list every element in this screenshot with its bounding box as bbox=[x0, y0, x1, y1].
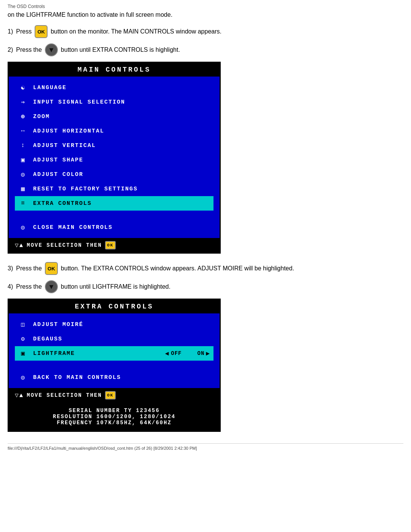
extra-controls-back-section: ◎ BACK TO MAIN CONTROLS bbox=[9, 367, 220, 388]
adjust-horizontal-icon: ↔ bbox=[18, 126, 29, 136]
main-controls-body: ☯ LANGUAGE ⇒ INPUT SIGNAL SELECTION ⊕ ZO… bbox=[9, 77, 220, 214]
adjust-horizontal-label: ADJUST HORIZONTAL bbox=[33, 128, 104, 134]
lightframe-off-label: OFF bbox=[171, 350, 182, 356]
step1-text: Press bbox=[16, 28, 32, 35]
step4-suffix: button until LIGHTFRAME is highlighted. bbox=[61, 283, 170, 290]
adjust-moire-label: ADJUST MOIRÉ bbox=[33, 321, 83, 328]
back-to-main-item: ◎ BACK TO MAIN CONTROLS bbox=[15, 370, 213, 385]
main-controls-window: MAIN CONTROLS ☯ LANGUAGE ⇒ INPUT SIGNAL … bbox=[8, 62, 221, 254]
footer-nav-icons-2: ▽▲ bbox=[15, 391, 24, 399]
bottom-bar: file:///D|/rita/LF2/LF2/LFa1/multi_manua… bbox=[8, 443, 403, 451]
reset-factory-label: RESET TO FACTORY SETTINGS bbox=[33, 186, 138, 192]
menu-item-language: ☯ LANGUAGE bbox=[15, 80, 213, 95]
adjust-vertical-label: ADJUST VERTICAL bbox=[33, 142, 96, 149]
menu-item-input-signal: ⇒ INPUT SIGNAL SELECTION bbox=[15, 95, 213, 109]
page-title: The OSD Controls bbox=[8, 4, 403, 9]
adjust-shape-label: ADJUST SHAPE bbox=[33, 157, 83, 163]
menu-item-adjust-color: ◎ ADJUST COLOR bbox=[15, 167, 213, 182]
step-3: 3) Press the OK button. The EXTRA CONTRO… bbox=[8, 262, 403, 275]
menu-item-zoom: ⊕ ZOOM bbox=[15, 109, 213, 124]
close-icon: ◎ bbox=[18, 222, 29, 233]
footer-ok-icon-2: OK bbox=[105, 391, 116, 399]
footer-move-text-2: MOVE SELECTION THEN bbox=[27, 392, 102, 398]
degauss-icon: ⚙ bbox=[18, 334, 29, 344]
menu-item-lightframe: ▣ LIGHTFRAME ◀ OFF ON ▶ bbox=[15, 346, 213, 361]
lightframe-spacer bbox=[183, 350, 196, 357]
menu-item-adjust-horizontal: ↔ ADJUST HORIZONTAL bbox=[15, 124, 213, 138]
lightframe-label: LIGHTFRAME bbox=[33, 350, 75, 357]
back-icon: ◎ bbox=[18, 372, 29, 383]
close-main-controls-label: CLOSE MAIN CONTROLS bbox=[33, 224, 113, 231]
step2-text: Press the bbox=[16, 46, 42, 53]
extra-controls-body: ◫ ADJUST MOIRÉ ⚙ DEGAUSS ▣ LIGHTFRAME ◀ … bbox=[9, 313, 220, 364]
menu-item-degauss: ⚙ DEGAUSS bbox=[15, 332, 213, 346]
adjust-vertical-icon: ↕ bbox=[18, 140, 29, 151]
down-button-icon-1: ▼ bbox=[45, 43, 58, 56]
step4-text: Press the bbox=[16, 283, 42, 290]
main-controls-footer: ▽▲ MOVE SELECTION THEN OK bbox=[9, 238, 220, 252]
frequency-info: FREQUENCY 107K/85HZ, 64K/60HZ bbox=[21, 420, 207, 426]
zoom-icon: ⊕ bbox=[18, 111, 29, 122]
lightframe-left-arrow: ◀ bbox=[165, 350, 170, 357]
extra-controls-window: EXTRA CONTROLS ◫ ADJUST MOIRÉ ⚙ DEGAUSS … bbox=[8, 299, 221, 432]
intro-text: on the LIGHTFRAME function to activate i… bbox=[8, 11, 403, 18]
footer-ok-icon: OK bbox=[105, 241, 116, 249]
menu-item-adjust-vertical: ↕ ADJUST VERTICAL bbox=[15, 138, 213, 153]
footer-nav-icons: ▽▲ bbox=[15, 241, 24, 249]
input-signal-icon: ⇒ bbox=[18, 97, 29, 107]
bottom-bar-text: file:///D|/rita/LF2/LF2/LFa1/multi_manua… bbox=[8, 446, 197, 451]
menu-item-adjust-moire: ◫ ADJUST MOIRÉ bbox=[15, 317, 213, 332]
lightframe-controls: ◀ OFF ON ▶ bbox=[165, 350, 210, 357]
step-4: 4) Press the ▼ button until LIGHTFRAME i… bbox=[8, 280, 403, 293]
main-controls-title: MAIN CONTROLS bbox=[9, 63, 220, 77]
ok-button-icon-1: OK bbox=[35, 25, 48, 38]
step3-suffix: button. The EXTRA CONTROLS window appear… bbox=[61, 265, 294, 272]
adjust-color-label: ADJUST COLOR bbox=[33, 171, 83, 178]
language-label: LANGUAGE bbox=[33, 85, 67, 91]
step3-text: Press the bbox=[16, 265, 42, 272]
lightframe-on-label: ON bbox=[198, 350, 205, 356]
input-signal-label: INPUT SIGNAL SELECTION bbox=[33, 99, 125, 105]
lightframe-right-arrow: ▶ bbox=[206, 350, 210, 357]
menu-item-adjust-shape: ▣ ADJUST SHAPE bbox=[15, 153, 213, 167]
extra-controls-footer: ▽▲ MOVE SELECTION THEN OK bbox=[9, 388, 220, 403]
menu-item-reset-factory: ▦ RESET TO FACTORY SETTINGS bbox=[15, 182, 213, 196]
step1-suffix: button on the monitor. The MAIN CONTROLS… bbox=[51, 28, 221, 35]
extra-controls-icon: ≡ bbox=[18, 198, 29, 209]
extra-controls-label: EXTRA CONTROLS bbox=[33, 200, 92, 207]
zoom-label: ZOOM bbox=[33, 113, 50, 120]
step2-suffix: button until EXTRA CONTROLS is highlight… bbox=[61, 46, 180, 53]
info-section: SERIAL NUMBER TY 123456 RESOLUTION 1600/… bbox=[9, 403, 220, 431]
extra-controls-title: EXTRA CONTROLS bbox=[9, 300, 220, 313]
serial-number: SERIAL NUMBER TY 123456 bbox=[21, 407, 207, 414]
language-icon: ☯ bbox=[18, 82, 29, 93]
step2-number: 2) bbox=[8, 46, 13, 53]
main-controls-close-section: ◎ CLOSE MAIN CONTROLS bbox=[9, 217, 220, 238]
step-2: 2) Press the ▼ button until EXTRA CONTRO… bbox=[8, 43, 403, 56]
ok-button-icon-2: OK bbox=[45, 262, 58, 275]
adjust-color-icon: ◎ bbox=[18, 169, 29, 180]
step1-number: 1) bbox=[8, 28, 13, 35]
resolution-info: RESOLUTION 1600/1200, 1280/1024 bbox=[21, 414, 207, 420]
menu-item-extra-controls: ≡ EXTRA CONTROLS bbox=[15, 196, 213, 211]
footer-move-text: MOVE SELECTION THEN bbox=[27, 242, 102, 248]
adjust-moire-icon: ◫ bbox=[18, 319, 29, 330]
lightframe-icon: ▣ bbox=[18, 348, 29, 359]
step-1: 1) Press OK button on the monitor. The M… bbox=[8, 25, 403, 38]
reset-factory-icon: ▦ bbox=[18, 184, 29, 194]
down-button-icon-2: ▼ bbox=[45, 280, 58, 293]
adjust-shape-icon: ▣ bbox=[18, 155, 29, 165]
degauss-label: DEGAUSS bbox=[33, 336, 62, 342]
step3-number: 3) bbox=[8, 265, 13, 272]
back-to-main-label: BACK TO MAIN CONTROLS bbox=[33, 374, 121, 381]
step4-number: 4) bbox=[8, 283, 13, 290]
close-main-controls-item: ◎ CLOSE MAIN CONTROLS bbox=[15, 220, 213, 235]
